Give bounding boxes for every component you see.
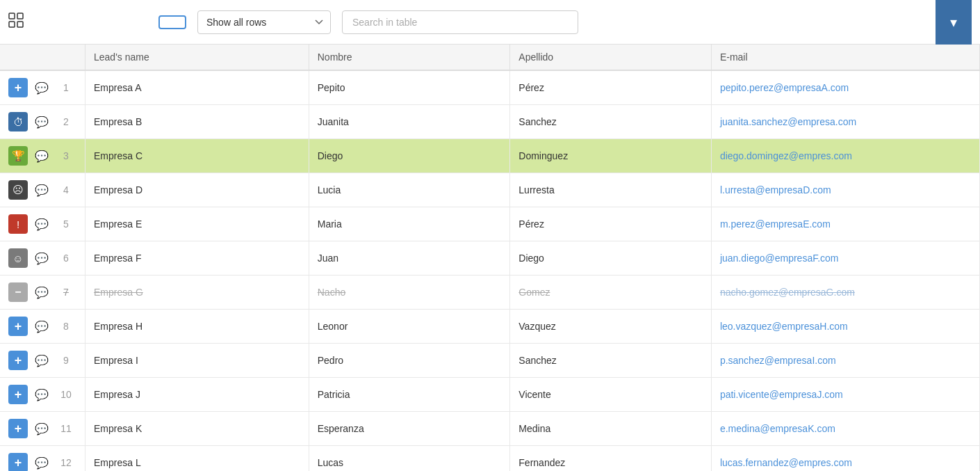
col-email: E-mail — [711, 45, 979, 70]
add-button[interactable]: + — [8, 419, 28, 438]
nombre-cell: Patricia — [309, 378, 510, 412]
comment-button[interactable]: 💬 — [32, 317, 51, 336]
action-cell: + 💬 8 — [0, 310, 85, 344]
email-cell: m.perez@empresaE.com — [711, 207, 979, 241]
comment-button[interactable]: 💬 — [32, 248, 51, 268]
table-row: ⏱ 💬 2 Empresa BJuanitaSanchezjuanita.san… — [0, 105, 980, 139]
nombre-cell: Pepito — [309, 70, 510, 105]
email-cell: l.urresta@empresaD.com — [711, 173, 979, 207]
table-row: ☹ 💬 4 Empresa DLuciaLurrestal.urresta@em… — [0, 173, 980, 207]
apellido-cell: Dominguez — [510, 139, 712, 173]
apellido-cell: Diego — [510, 241, 712, 276]
apellido-cell: Lurresta — [510, 173, 712, 207]
lead-name-cell: Empresa J — [85, 378, 309, 412]
nombre-cell: Esperanza — [309, 412, 510, 446]
comment-button[interactable]: 💬 — [32, 78, 51, 97]
table-row: + 💬 9 Empresa IPedroSanchezp.sanchez@emp… — [0, 344, 980, 378]
action-cell: + 💬 9 — [0, 344, 85, 378]
svg-rect-0 — [9, 13, 15, 19]
comment-button[interactable]: 💬 — [32, 385, 51, 404]
action-cell: + 💬 12 — [0, 446, 85, 472]
action-cell: + 💬 10 — [0, 378, 85, 412]
svg-rect-3 — [17, 22, 23, 27]
action-cell: 🏆 💬 3 — [0, 139, 85, 173]
row-number: 10 — [56, 389, 76, 400]
lead-name-cell: Empresa K — [85, 412, 309, 446]
chevron-down-icon: ▾ — [950, 14, 957, 31]
show-rows-select[interactable]: Show all rowsShow matched rowsShow unmat… — [197, 10, 331, 34]
apellido-cell: Gomez — [510, 276, 712, 310]
row-number: 11 — [56, 423, 76, 434]
action-cell: ⏱ 💬 2 — [0, 105, 85, 139]
row-number: 8 — [56, 321, 76, 332]
apellido-cell: Vicente — [510, 378, 712, 412]
comment-button[interactable]: 💬 — [32, 112, 51, 131]
comment-button[interactable]: 💬 — [32, 146, 51, 166]
page-title — [8, 13, 147, 31]
comment-button[interactable]: 💬 — [32, 180, 51, 200]
table-header: Lead's name Nombre Apellido E-mail — [0, 45, 980, 70]
trophy-button[interactable]: 🏆 — [8, 146, 28, 166]
sad-button[interactable]: ☹ — [8, 180, 28, 200]
exclaim-button[interactable]: ! — [8, 214, 28, 234]
action-cell: ☺ 💬 6 — [0, 241, 85, 276]
col-apellido: Apellido — [510, 45, 712, 70]
table-row: + 💬 11 Empresa KEsperanzaMedinae.medina@… — [0, 412, 980, 446]
nombre-cell: Leonor — [309, 310, 510, 344]
nombre-cell: Pedro — [309, 344, 510, 378]
search-input[interactable] — [342, 10, 578, 34]
app-header: Show all rowsShow matched rowsShow unmat… — [0, 0, 980, 45]
comment-button[interactable]: 💬 — [32, 453, 51, 471]
svg-rect-1 — [17, 13, 23, 19]
add-button[interactable]: + — [8, 385, 28, 404]
nombre-cell: Nacho — [309, 276, 510, 310]
action-cell: ! 💬 5 — [0, 207, 85, 241]
email-cell: e.medina@empresaK.com — [711, 412, 979, 446]
lead-name-cell: Empresa E — [85, 207, 309, 241]
grid-icon — [8, 13, 24, 31]
lead-creation-button[interactable] — [158, 15, 186, 29]
comment-button[interactable]: 💬 — [32, 351, 51, 370]
row-number: 1 — [56, 82, 76, 93]
row-number: 3 — [56, 150, 76, 161]
table-row: + 💬 8 Empresa HLeonorVazquezleo.vazquez@… — [0, 310, 980, 344]
lead-name-cell: Empresa F — [85, 241, 309, 276]
leads-table: Lead's name Nombre Apellido E-mail + 💬 1… — [0, 45, 980, 471]
action-cell: + 💬 11 — [0, 412, 85, 446]
minus-button[interactable]: − — [8, 282, 28, 302]
apellido-cell: Fernandez — [510, 446, 712, 472]
nombre-cell: Juan — [309, 241, 510, 276]
clock-button[interactable]: ⏱ — [8, 112, 28, 131]
table-wrapper: Lead's name Nombre Apellido E-mail + 💬 1… — [0, 45, 980, 471]
table-row: + 💬 1 Empresa APepitoPérezpepito.perez@e… — [0, 70, 980, 105]
lead-name-cell: Empresa G — [85, 276, 309, 310]
nombre-cell: Maria — [309, 207, 510, 241]
table-row: − 💬 7 Empresa GNachoGomeznacho.gomez@emp… — [0, 276, 980, 310]
table-row: 🏆 💬 3 Empresa CDiegoDominguezdiego.domin… — [0, 139, 980, 173]
dropdown-button[interactable]: ▾ — [936, 0, 972, 45]
lead-name-cell: Empresa H — [85, 310, 309, 344]
apellido-cell: Pérez — [510, 207, 712, 241]
add-button[interactable]: + — [8, 453, 28, 471]
add-button[interactable]: + — [8, 78, 28, 97]
table-row: + 💬 12 Empresa LLucasFernandezlucas.fern… — [0, 446, 980, 472]
nombre-cell: Lucas — [309, 446, 510, 472]
apellido-cell: Sanchez — [510, 344, 712, 378]
email-cell: juanita.sanchez@empresa.com — [711, 105, 979, 139]
nombre-cell: Diego — [309, 139, 510, 173]
comment-button[interactable]: 💬 — [32, 214, 51, 234]
lead-name-cell: Empresa C — [85, 139, 309, 173]
add-button[interactable]: + — [8, 351, 28, 370]
action-cell: − 💬 7 — [0, 276, 85, 310]
table-row: ! 💬 5 Empresa EMariaPérezm.perez@empresa… — [0, 207, 980, 241]
action-cell: + 💬 1 — [0, 70, 85, 105]
row-number: 12 — [56, 457, 76, 468]
svg-rect-2 — [9, 22, 15, 27]
nombre-cell: Juanita — [309, 105, 510, 139]
apellido-cell: Vazquez — [510, 310, 712, 344]
comment-button[interactable]: 💬 — [32, 282, 51, 302]
smile-button[interactable]: ☺ — [8, 248, 28, 268]
add-button[interactable]: + — [8, 317, 28, 336]
email-cell: diego.domingez@empres.com — [711, 139, 979, 173]
comment-button[interactable]: 💬 — [32, 419, 51, 438]
